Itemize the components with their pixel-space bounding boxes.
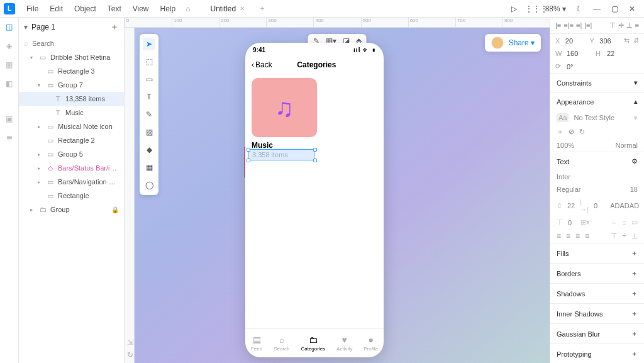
components-tab-icon[interactable]: ▦ [4,59,15,70]
twisty-icon[interactable]: ▸ [38,165,43,171]
auto-height-icon[interactable]: ≡ [623,219,626,226]
distribute-h-icon[interactable]: |≡| [584,21,592,30]
textbox-mode-icon[interactable]: ⊞▾ [580,218,590,226]
minimize-icon[interactable]: — [590,4,604,13]
layout-tool-icon[interactable]: ▦ [143,161,155,174]
align-middle-icon[interactable]: ✛ [618,21,624,30]
selection-handle[interactable] [313,159,317,162]
refresh-style-icon[interactable]: ↻ [579,128,585,136]
layer-row[interactable]: TMusic [19,106,124,120]
user-avatar[interactable] [491,36,504,49]
layer-row[interactable]: ▾▭Group 7 [19,78,124,92]
rectangle-tool-icon[interactable]: ▭ [143,73,155,86]
frame-tool-icon[interactable]: ⬚ [143,55,155,68]
layers-tab-icon[interactable]: ◫ [4,21,15,33]
pen-tool-icon[interactable]: ✎ [143,108,155,121]
menu-help[interactable]: Help [155,2,181,16]
font-size[interactable]: 18 [630,186,638,193]
add-icon[interactable]: ＋ [631,289,638,298]
assets-tab-icon[interactable]: ◈ [4,40,15,52]
text-style-dropdown[interactable]: No Text Style [574,114,629,121]
align-center-h-icon[interactable]: ≡|≡ [564,21,574,30]
layer-row[interactable]: ▭Rectangle 2 [19,133,124,147]
layer-row[interactable]: ▭Rectangle [19,189,124,203]
twisty-icon[interactable]: ▸ [30,207,35,213]
section-shadows[interactable]: Shadows＋ [550,283,644,303]
menu-object[interactable]: Object [69,2,101,16]
grid-icon[interactable]: ⋮⋮⋮ [525,4,539,13]
tabbar-item-activity[interactable]: ♥Activity [336,335,352,352]
valign-bottom-icon[interactable]: ⊥ [631,232,638,240]
layer-row[interactable]: ▸▭Musical Note icon [19,120,124,133]
canvas[interactable]: 0100200300400500600700800 ➤ ⬚ ▭ T ✎ ▨ ◆ … [125,18,550,363]
component-tool-icon[interactable]: ◆ [143,143,155,156]
text-align-justify-icon[interactable]: ≡ [585,232,589,240]
tabbar-item-search[interactable]: ⌕Search [274,335,289,352]
image-tab-icon[interactable]: ▣ [4,113,15,125]
layer-row[interactable]: ▸🗀Group🔒 [19,203,124,216]
add-page-button[interactable]: ＋ [110,21,119,33]
close-tab-icon[interactable]: ✕ [240,5,245,12]
x-value[interactable]: 20 [565,37,586,45]
add-style-button[interactable]: ＋ [557,127,564,137]
align-right-icon[interactable]: ≡| [576,21,582,30]
constraints-section[interactable]: Constraints▾ [550,73,644,92]
history-icon[interactable]: ↻ [127,350,133,359]
chevron-down-icon[interactable]: ▾ [634,114,638,122]
close-window-icon[interactable]: ✕ [625,4,639,13]
add-icon[interactable]: ＋ [631,269,638,278]
home-icon[interactable]: ⌂ [186,4,190,13]
menu-edit[interactable]: Edit [45,2,68,16]
tabbar-item-feed[interactable]: ▤Feed [251,335,262,352]
menu-view[interactable]: View [128,2,154,16]
swap-xy-icon[interactable]: ⇆ [624,36,630,45]
comment-tool-icon[interactable]: ◯ [143,179,155,191]
text-align-right-icon[interactable]: ≡ [575,232,580,240]
twisty-icon[interactable]: ▸ [38,152,43,157]
line-height[interactable]: 22 [567,202,575,209]
artboard-iphone[interactable]: 9:41 ııl ᯤ ▮ ‹ Back Categories ♫ Music [245,43,384,357]
export-icon[interactable]: ⇲ [127,338,133,347]
font-weight[interactable]: Regular [557,186,625,193]
valign-top-icon[interactable]: ⊤ [611,232,617,240]
selection-handle[interactable] [313,148,317,152]
flip-icon[interactable]: ⇵ [633,36,639,45]
zoom-dropdown[interactable]: 88% ▾ [545,4,566,13]
section-gaussian-blur[interactable]: Gaussian Blur＋ [550,323,644,343]
list-tab-icon[interactable]: ≣ [4,132,15,143]
text-selection-box[interactable] [248,149,314,160]
add-icon[interactable]: ＋ [631,249,638,258]
layer-search-input[interactable] [32,40,119,47]
add-icon[interactable]: ＋ [631,309,638,318]
align-left-icon[interactable]: |≡ [555,21,561,30]
tabbar-item-categories[interactable]: 🗀Categories [301,335,325,352]
lock-icon[interactable]: 🔒 [111,206,119,213]
add-tab-button[interactable]: ＋ [252,3,272,14]
appearance-section[interactable]: Appearance▴ [550,92,644,111]
selection-handle[interactable] [247,148,250,152]
letter-spacing[interactable]: 0 [594,202,597,209]
text-options-icon[interactable]: ⚙ [631,157,638,165]
valign-middle-icon[interactable]: ÷ [622,232,626,240]
opacity-value[interactable]: 100% [557,142,574,149]
w-value[interactable]: 160 [567,50,592,57]
category-card[interactable]: ♫ Music 3,358 items [252,78,317,159]
y-value[interactable]: 306 [599,37,620,45]
layer-row[interactable]: ▸◇Bars/Status Bar/iPhone/Light [19,161,124,175]
menu-text[interactable]: Text [103,2,126,16]
twisty-icon[interactable]: ▾ [38,82,43,88]
menu-file[interactable]: File [21,2,43,16]
text-tool-icon[interactable]: T [143,91,155,103]
share-button[interactable]: Share ▾ [509,38,535,47]
fixed-size-icon[interactable]: ▭ [631,218,638,226]
page-title[interactable]: Page 1 [31,23,106,31]
theme-icon[interactable]: ☾ [572,4,586,13]
text-align-center-icon[interactable]: ≡ [566,232,570,240]
maximize-icon[interactable]: ▢ [608,4,621,13]
layer-row[interactable]: ▾▭Dribble Shot Retina [19,50,124,64]
twisty-icon[interactable]: ▸ [38,179,43,185]
section-prototyping[interactable]: Prototyping＋ [550,343,644,363]
add-icon[interactable]: ＋ [631,329,638,338]
paragraph-spacing[interactable]: 0 [568,219,572,226]
layer-row[interactable]: ▭Rectangle 3 [19,64,124,78]
